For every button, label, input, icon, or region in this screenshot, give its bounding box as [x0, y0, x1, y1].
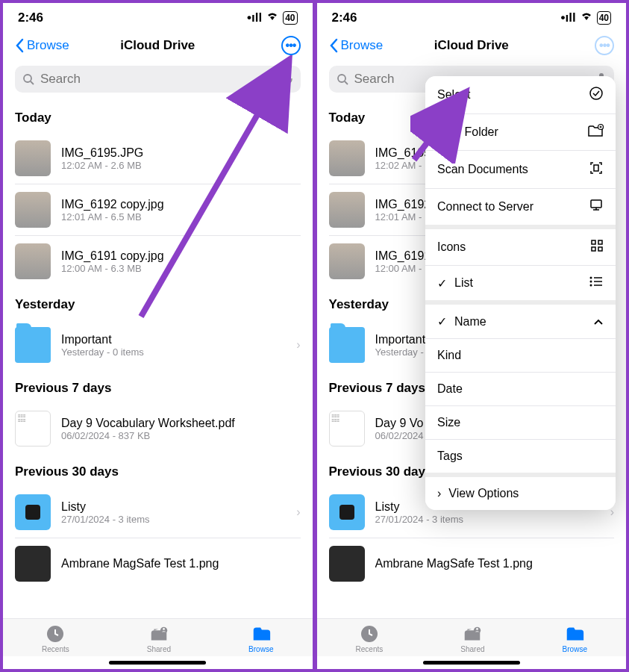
menu-item-label: Kind [437, 349, 461, 362]
section-header: Previous 30 days [15, 464, 301, 479]
menu-item-new-folder[interactable]: New Folder [425, 114, 616, 151]
menu-item-connect-to-server[interactable]: Connect to Server [425, 189, 616, 229]
menu-item-scan-documents[interactable]: Scan Documents [425, 151, 616, 189]
menu-item-size[interactable]: Size [425, 406, 616, 440]
menu-item-name[interactable]: ✓Name [425, 305, 616, 339]
clock-icon [45, 625, 66, 643]
menu-item-kind[interactable]: Kind [425, 339, 616, 373]
file-name: Day 9 Vocabulary Worksheet.pdf [61, 417, 301, 430]
status-icons: •ıll 40 [561, 10, 611, 25]
file-info: IMG_6195.JPG12:02 AM - 2.6 MB [61, 146, 301, 171]
page-title: iCloud Drive [434, 38, 509, 53]
svg-point-5 [163, 628, 165, 630]
phone-left: 2:46 •ıll 40 Browse iCloud Drive ••• Tod… [3, 3, 313, 669]
svg-line-1 [31, 81, 34, 84]
file-name: Important [61, 333, 286, 346]
file-list[interactable]: TodayIMG_6195.JPG12:02 AM - 2.6 MBIMG_61… [3, 100, 313, 618]
search-icon [22, 73, 34, 85]
home-indicator[interactable] [423, 661, 520, 665]
chevron-up-icon [593, 315, 604, 329]
file-name: IMG_6192 copy.jpg [61, 198, 301, 211]
menu-item-label: Connect to Server [437, 200, 533, 214]
image-thumbnail [15, 546, 51, 582]
search-input[interactable] [40, 72, 277, 87]
folder-icon [329, 327, 365, 363]
svg-rect-16 [591, 200, 601, 208]
svg-rect-15 [594, 165, 598, 171]
file-meta: 12:00 AM - 6.3 MB [61, 263, 301, 274]
tab-label: Shared [460, 645, 484, 653]
svg-rect-17 [592, 240, 595, 244]
status-time: 2:46 [332, 10, 357, 25]
more-button[interactable]: ••• [281, 36, 301, 55]
file-row[interactable]: Listy27/01/2024 - 3 items› [15, 487, 301, 538]
file-meta: 27/01/2024 - 3 items [61, 514, 286, 525]
file-row[interactable]: Ambrane MagSafe Test 1.png [329, 538, 615, 589]
folder-icon [329, 494, 365, 530]
status-time: 2:46 [18, 10, 43, 25]
shared-icon [462, 625, 483, 643]
menu-item-icons[interactable]: Icons [425, 229, 616, 266]
file-row[interactable]: ImportantYesterday - 0 items› [15, 320, 301, 370]
back-button[interactable]: Browse [329, 38, 384, 53]
file-meta: 12:01 AM - 6.5 MB [61, 211, 301, 223]
file-row[interactable]: IMG_6192 copy.jpg12:01 AM - 6.5 MB [15, 184, 301, 236]
tab-browse[interactable]: Browse [563, 625, 587, 653]
file-row[interactable]: IMG_6195.JPG12:02 AM - 2.6 MB [15, 133, 301, 184]
tab-browse[interactable]: Browse [248, 625, 273, 653]
file-info: Ambrane MagSafe Test 1.png [375, 557, 615, 570]
tab-label: Browse [248, 645, 273, 653]
folder-icon [251, 625, 272, 643]
image-thumbnail [329, 192, 365, 228]
tab-label: Browse [563, 645, 587, 653]
menu-item-list[interactable]: ✓List [425, 266, 616, 305]
image-thumbnail [329, 243, 365, 279]
menu-item-label: Icons [437, 240, 466, 254]
back-button[interactable]: Browse [15, 38, 69, 53]
tab-label: Shared [147, 645, 171, 653]
mic-icon[interactable] [283, 72, 293, 86]
menu-item-label: Date [437, 382, 463, 396]
check-circle-icon [589, 86, 604, 104]
svg-point-7 [338, 75, 345, 82]
check-icon: ✓ [437, 314, 447, 329]
svg-point-23 [590, 281, 592, 283]
home-indicator[interactable] [109, 661, 206, 665]
section-header: Today [15, 111, 301, 125]
menu-item-select[interactable]: Select [425, 76, 616, 114]
tab-bar: RecentsSharedBrowse [317, 618, 627, 656]
svg-rect-19 [592, 247, 595, 251]
tab-shared[interactable]: Shared [147, 625, 171, 653]
file-info: IMG_6192 copy.jpg12:01 AM - 6.5 MB [61, 198, 301, 223]
tab-recents[interactable]: Recents [42, 625, 69, 653]
menu-item-label: Scan Documents [437, 163, 528, 176]
file-row[interactable]: Ambrane MagSafe Test 1.png [15, 538, 301, 589]
file-info: Day 9 Vocabulary Worksheet.pdf06/02/2024… [61, 417, 301, 441]
chevron-left-icon [329, 38, 338, 53]
tab-shared[interactable]: Shared [460, 625, 484, 653]
image-thumbnail [15, 192, 51, 228]
menu-item-label: List [454, 276, 473, 290]
image-thumbnail [15, 243, 51, 279]
image-thumbnail [329, 140, 365, 176]
svg-line-8 [345, 81, 348, 84]
svg-rect-18 [598, 240, 602, 244]
shared-icon [148, 625, 169, 643]
menu-item-date[interactable]: Date [425, 373, 616, 406]
svg-point-13 [590, 87, 602, 99]
search-bar[interactable] [15, 66, 301, 93]
file-meta: 06/02/2024 - 837 KB [61, 430, 301, 441]
tab-recents[interactable]: Recents [356, 625, 384, 653]
file-row[interactable]: ≡≡≡≡≡≡Day 9 Vocabulary Worksheet.pdf06/0… [15, 403, 301, 454]
battery-icon: 40 [283, 11, 297, 25]
tab-label: Recents [356, 645, 384, 653]
menu-item-tags[interactable]: Tags [425, 440, 616, 477]
section-header: Previous 7 days [15, 381, 301, 396]
file-row[interactable]: IMG_6191 copy.jpg12:00 AM - 6.3 MB [15, 236, 301, 287]
folder-plus-icon [587, 124, 604, 140]
more-button[interactable]: ••• [595, 36, 614, 55]
svg-rect-20 [598, 247, 602, 251]
menu-item-view-options[interactable]: ›View Options [425, 477, 616, 510]
folder-icon [15, 327, 51, 363]
list-icon [589, 276, 604, 290]
